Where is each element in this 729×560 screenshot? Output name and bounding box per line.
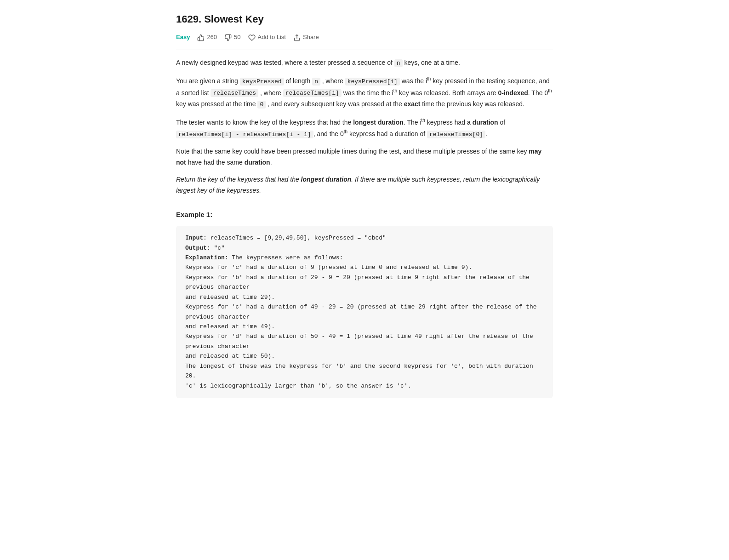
para1-text1: A newly designed keypad was tested, wher… — [176, 59, 394, 66]
difficulty-badge: Easy — [176, 33, 190, 42]
add-to-list-label: Add to List — [258, 33, 286, 42]
downvote-button[interactable]: 50 — [224, 33, 240, 42]
para2-text2: of length — [284, 77, 313, 85]
para3-text7: . — [485, 130, 487, 137]
example-1-code: Input: releaseTimes = [9,29,49,50], keys… — [176, 226, 553, 398]
para2-text8: key was released. Both arrays are — [397, 89, 498, 96]
para2-text9: . The — [528, 89, 545, 96]
para2-text1: You are given a string — [176, 77, 240, 85]
para2-code-0: 0 — [257, 101, 266, 109]
para-4: Note that the same key could have been p… — [176, 146, 553, 168]
para-5-italic: Return the key of the keypress that had … — [176, 174, 553, 196]
para3-text2: . The — [404, 118, 420, 126]
para2-bold-0indexed: 0-indexed — [498, 89, 528, 96]
para2-text11: , and every subsequent key was pressed a… — [266, 100, 404, 108]
para-2: You are given a string keysPressed of le… — [176, 75, 553, 110]
para2-text3: , where — [320, 77, 345, 85]
para2-text4: was the — [400, 77, 426, 85]
problem-title: 1629. Slowest Key — [176, 11, 553, 27]
meta-bar: Easy 260 50 Add to List — [176, 33, 553, 50]
para2-code-rt: releaseTimes — [211, 89, 258, 97]
input-label: Input: — [185, 234, 207, 241]
heart-icon — [248, 34, 256, 41]
upvote-count: 260 — [207, 33, 217, 42]
para2-0th: 0 — [544, 89, 548, 96]
para3-th2: th — [344, 129, 347, 134]
para4-text3: . — [270, 159, 272, 166]
para2-code-n: n — [312, 78, 320, 86]
para3-text3: keypress had a — [425, 118, 473, 126]
para4-text1: Note that the same key could have been p… — [176, 148, 529, 155]
para2-text10: key was pressed at the time — [176, 100, 257, 108]
para2-code-kpi: keysPressed[i] — [345, 78, 400, 86]
add-to-list-button[interactable]: Add to List — [248, 33, 286, 42]
thumbs-up-icon — [197, 34, 205, 41]
output-label: Output: — [185, 245, 211, 251]
para4-bold-duration: duration — [245, 159, 270, 166]
para3-text4: of — [498, 118, 506, 126]
para4-text2: have had the same — [186, 159, 245, 166]
para2-bold-exact: exact — [404, 100, 421, 108]
downvote-count: 50 — [234, 33, 240, 42]
problem-description: A newly designed keypad was tested, wher… — [176, 57, 553, 196]
para-1: A newly designed keypad was tested, wher… — [176, 57, 553, 69]
share-button[interactable]: Share — [293, 33, 319, 42]
para2-code-rti: releaseTimes[i] — [283, 89, 342, 97]
para2-text12: time the previous key was released. — [420, 100, 524, 108]
para3-code-rt0: releaseTimes[0] — [427, 131, 485, 138]
para3-text6: keypress had a duration of — [347, 130, 427, 137]
upvote-button[interactable]: 260 — [197, 33, 217, 42]
para2-code-kp: keysPressed — [240, 78, 284, 86]
para3-text1: The tester wants to know the key of the … — [176, 118, 353, 126]
thumbs-down-icon — [224, 34, 232, 41]
para2-text6: , where — [258, 89, 283, 96]
para2-text7: was the time the — [342, 89, 392, 96]
para3-0th: 0 — [340, 130, 344, 137]
para2-th3: th — [548, 88, 552, 93]
para3-code-formula: releaseTimes[i] - releaseTimes[i - 1] — [176, 131, 313, 138]
para-3: The tester wants to know the key of the … — [176, 116, 553, 140]
para1-text2: keys, one at a time. — [403, 59, 460, 66]
para5-bold-longest: longest duration — [301, 176, 352, 183]
example-1-title: Example 1: — [176, 209, 553, 220]
explanation-label: Explanation: — [185, 254, 228, 261]
para3-bold-duration: duration — [473, 118, 498, 126]
share-icon — [293, 34, 301, 41]
page-container: 1629. Slowest Key Easy 260 50 Add to Lis… — [167, 0, 562, 417]
para3-bold-longest: longest duration — [353, 118, 404, 126]
share-label: Share — [303, 33, 319, 42]
para2-th2: th — [393, 88, 397, 93]
para3-th: th — [421, 118, 425, 123]
example-1-section: Example 1: Input: releaseTimes = [9,29,4… — [176, 209, 553, 398]
para1-code-n: n — [394, 59, 403, 67]
para3-text5: , and the — [313, 130, 340, 137]
